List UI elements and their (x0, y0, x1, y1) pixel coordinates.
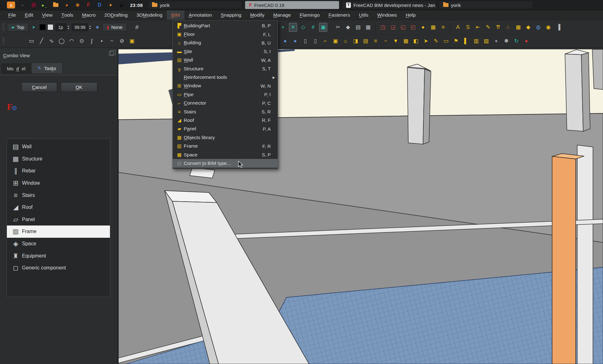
box-yellow-icon[interactable]: ▧ (482, 37, 490, 46)
doc-red-icon-4[interactable]: ◰ (409, 23, 417, 32)
font-size-spinbox[interactable]: 99.99 ▲▼ (72, 24, 91, 31)
snap-grid-icon[interactable]: # (309, 23, 317, 32)
project-icon[interactable]: ⌂ (341, 37, 350, 46)
bim-menu-item[interactable]: ≡ Stairs S, R ▶ (173, 107, 278, 116)
snap-shape-icon[interactable]: ◇ (299, 23, 307, 32)
bezier-icon[interactable]: ~ (108, 37, 116, 46)
bim-menu-item[interactable]: ▬ Site S, I ▶ (173, 47, 278, 56)
circle-icon[interactable]: ◯ (57, 37, 66, 46)
menubar-item[interactable]: Snapping (216, 10, 246, 20)
line-icon[interactable]: ╱ (37, 37, 46, 46)
snap-workingplane-icon[interactable]: ▣ (319, 23, 327, 32)
bim-menu-item[interactable]: ▣ Floor F, L ▶ (173, 30, 278, 38)
taskbar-window-button[interactable]: yorik (148, 1, 242, 9)
tag-icon[interactable]: ◨ (351, 37, 360, 46)
box-gray-icon-2[interactable]: ▯ (311, 37, 319, 46)
menubar-item[interactable]: Flamingo (295, 10, 324, 20)
menubar-item[interactable]: Manage (269, 10, 295, 20)
bim-menu-item[interactable]: ⊞ Window W, N ▶ (173, 82, 278, 90)
debian-icon[interactable]: @ (30, 2, 37, 8)
facebinder-icon[interactable]: ⊘ (118, 37, 126, 46)
nav-sphere-icon-2[interactable]: ● (291, 37, 299, 46)
snowflake-icon[interactable]: ❄ (502, 37, 510, 46)
frame-yellow-icon[interactable]: ▥ (472, 37, 480, 46)
bim-menu-item[interactable]: ▛ BuildingPart B, P ▶ (173, 21, 278, 30)
toolbar-handle[interactable] (3, 24, 4, 31)
bim-menu-item[interactable]: Reinforcement tools ▶ (173, 73, 278, 81)
views-icon[interactable]: ▣ (331, 37, 340, 46)
point-icon[interactable]: • (98, 37, 106, 46)
freecad-launcher-icon[interactable]: F (85, 2, 92, 8)
bim-menu-item[interactable]: ⌐ Connector P, C ▶ (173, 99, 278, 107)
ellipse-icon[interactable]: ⊙ (78, 37, 86, 46)
list-item[interactable]: ≡ Stairs (7, 189, 110, 201)
section-grid-icon[interactable]: ▦ (514, 23, 522, 32)
text-icon[interactable]: A (454, 23, 462, 32)
toolbar-icon[interactable] (330, 23, 331, 31)
line-color-swatch[interactable] (40, 24, 46, 30)
menubar-item[interactable]: Tools (57, 10, 78, 20)
list-item[interactable]: ⊞ Window (7, 177, 110, 189)
menubar-item[interactable]: View (38, 10, 57, 20)
list-yellow-icon[interactable]: ≡ (439, 23, 447, 32)
column-icon[interactable]: ▌ (462, 37, 470, 46)
cad-icon[interactable]: D (96, 2, 103, 8)
draft-arrow-icon[interactable]: ➤ (30, 23, 38, 32)
inkscape-icon[interactable]: ◆ (118, 2, 125, 8)
doc-red-icon-3[interactable]: ◱ (399, 23, 407, 32)
sketch-icon[interactable]: ✎ (432, 37, 440, 46)
bim-menu-item[interactable]: ⌂ Building B, U ▶ (173, 39, 278, 47)
table-yellow-icon[interactable]: ▦ (429, 23, 437, 32)
taskbar-window-button[interactable]: T FreeCAD BIM development news - Jan... (342, 1, 436, 9)
polyline-icon[interactable]: ∿ (47, 37, 56, 46)
list-item[interactable]: ◢ Roof (7, 201, 110, 214)
grid3d-icon[interactable]: ▦ (364, 23, 372, 32)
minimize-button[interactable]: ▪ (19, 2, 26, 8)
menubar-item[interactable]: 2D Drafting (100, 10, 132, 20)
list-item[interactable]: ◻ Generic component (7, 262, 110, 274)
menubar-item[interactable]: Fasteners (324, 10, 355, 20)
gimp-icon[interactable]: ✦ (107, 2, 114, 8)
dot-yellow-icon[interactable]: ● (419, 23, 427, 32)
clipped-icon[interactable]: ▐ (554, 23, 562, 32)
dropdown-arrow-icon[interactable]: ▼ (392, 37, 400, 46)
refresh-icon[interactable]: ↻ (512, 37, 520, 46)
nav-sphere-icon-1[interactable]: ● (281, 37, 289, 46)
cancel-button[interactable]: Cancel (21, 82, 57, 92)
annotation-icon[interactable]: ✎ (484, 23, 492, 32)
toolbar-handle[interactable] (3, 37, 4, 45)
list-item[interactable]: ▦ Structure (7, 153, 110, 165)
toolbar-icon[interactable] (375, 23, 376, 31)
tab-tasks[interactable]: ✎ Tasks (31, 62, 62, 74)
close-button[interactable]: x (7, 2, 15, 8)
line-width-spinbox[interactable]: 1p ▲▼ (56, 24, 69, 31)
doc-red-icon-1[interactable]: ◳ (379, 23, 387, 32)
menubar-item[interactable]: Utils (355, 10, 373, 20)
layers-icon[interactable]: ▤ (361, 37, 370, 46)
menubar-item[interactable]: Edit (20, 10, 38, 20)
doc-red-icon-2[interactable]: ◲ (389, 23, 397, 32)
snap-intersection-icon[interactable]: ✕ (289, 23, 297, 32)
bim-menu-item[interactable]: ▭ Pipe P, I ▶ (173, 90, 278, 99)
blender-icon[interactable]: ❋ (74, 2, 81, 8)
menubar-item[interactable]: 3D Modeling (132, 10, 167, 20)
record-icon[interactable]: ● (522, 37, 530, 46)
taskbar-window-button[interactable]: F FreeCAD 0.18 (245, 1, 339, 9)
target-icon[interactable]: ◉ (544, 23, 552, 32)
rectangle-icon[interactable]: ▭ (27, 37, 35, 46)
autogroup-button[interactable]: ▮ None (102, 23, 127, 31)
grid-toggle-icon[interactable]: # (133, 23, 141, 32)
bim-menu-item[interactable]: ▩ Space S, P ▶ (173, 150, 278, 159)
panel-yellow-icon[interactable]: ▭ (442, 37, 450, 46)
shapestring-icon[interactable]: S (464, 23, 472, 32)
gem-icon[interactable]: ◆ (344, 23, 352, 32)
bim-menu-item[interactable]: ╥ Structure S, T ▶ (173, 64, 278, 73)
tab-model[interactable]: Model (1, 63, 31, 74)
flag-icon[interactable]: ⚑ (452, 37, 460, 46)
firefox-icon[interactable]: ◕ (63, 2, 70, 8)
autogroup-icon[interactable]: ❖ (93, 23, 101, 32)
bim-menu-item[interactable]: ▰ Panel P, A ▶ (173, 125, 278, 133)
bim-menu-item[interactable]: ▥ Frame F, R ▶ (173, 142, 278, 150)
snap-plus-icon[interactable]: + (279, 23, 287, 32)
stack-icon[interactable]: ▤ (354, 23, 362, 32)
